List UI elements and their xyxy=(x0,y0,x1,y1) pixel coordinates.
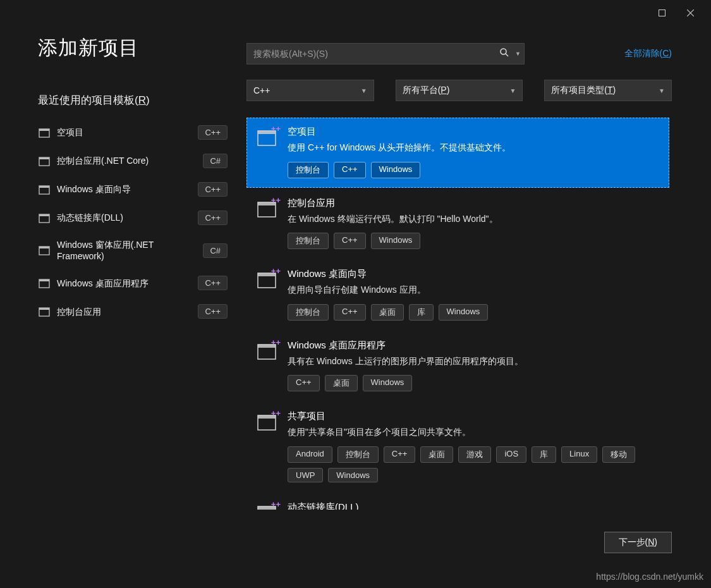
chevron-down-icon: ▼ xyxy=(509,87,516,94)
template-tags: Android控制台C++桌面游戏iOS库Linux移动UWPWindows xyxy=(288,446,660,482)
svg-rect-2 xyxy=(39,129,49,131)
template-description: 在 Windows 终端运行代码。默认打印 "Hello World"。 xyxy=(288,213,660,226)
left-column: 添加新项目 最近使用的项目模板(R) 空项目C++控制台应用(.NET Core… xyxy=(0,25,246,588)
recent-item-label: Windows 桌面向导 xyxy=(57,183,191,195)
template-tag: 控制台 xyxy=(288,233,329,249)
svg-rect-14 xyxy=(39,308,49,310)
svg-rect-8 xyxy=(39,214,49,216)
plus-decorator-icon: ++ xyxy=(271,124,281,133)
recent-item-label: 控制台应用 xyxy=(57,306,191,317)
template-tag: C++ xyxy=(288,375,320,391)
project-icon xyxy=(38,244,51,257)
recent-item[interactable]: Windows 桌面向导C++ xyxy=(38,182,228,197)
filter-row: C++▼ 所有平台(P) ▼ 所有项目类型(T) ▼ xyxy=(246,80,672,101)
template-tag: 桌面 xyxy=(371,304,404,321)
template-tag: 库 xyxy=(409,304,434,321)
template-tag: Windows xyxy=(371,233,421,249)
svg-point-15 xyxy=(501,49,506,54)
close-button[interactable] xyxy=(676,3,705,22)
recent-item-label: 控制台应用(.NET Core) xyxy=(57,155,197,166)
template-title: Windows 桌面应用程序 xyxy=(288,340,660,352)
recent-item-label: Windows 窗体应用(.NET Framework) xyxy=(57,239,197,262)
recent-item[interactable]: 空项目C++ xyxy=(38,125,228,140)
template-tag: 控制台 xyxy=(288,304,329,321)
recent-item[interactable]: 动态链接库(DLL)C++ xyxy=(38,211,228,225)
maximize-button[interactable] xyxy=(648,3,676,22)
search-input[interactable] xyxy=(246,43,525,64)
template-description: 使用向导自行创建 Windows 应用。 xyxy=(288,284,660,297)
recent-item-language-badge: C++ xyxy=(198,304,228,319)
svg-rect-6 xyxy=(39,186,49,188)
watermark: https://blog.csdn.net/yumkk xyxy=(596,572,703,582)
template-title: 空项目 xyxy=(288,126,660,138)
recent-item[interactable]: Windows 桌面应用程序C++ xyxy=(38,276,228,290)
template-tag: 库 xyxy=(532,446,556,463)
titlebar xyxy=(0,0,711,25)
template-icon: ++ xyxy=(256,412,277,433)
template-title: Windows 桌面向导 xyxy=(288,268,660,280)
template-card[interactable]: ++Windows 桌面应用程序具有在 Windows 上运行的图形用户界面的应… xyxy=(246,331,669,401)
chevron-down-icon: ▼ xyxy=(361,87,367,94)
template-list[interactable]: ++空项目使用 C++ for Windows 从头开始操作。不提供基础文件。控… xyxy=(246,118,672,510)
template-card[interactable]: ++Windows 桌面向导使用向导自行创建 Windows 应用。控制台C++… xyxy=(246,260,669,330)
project-icon xyxy=(38,212,51,224)
template-tag: UWP xyxy=(288,468,323,482)
template-tag: C++ xyxy=(384,446,416,463)
template-tags: C++桌面Windows xyxy=(288,375,660,391)
plus-decorator-icon: ++ xyxy=(271,195,281,205)
project-icon xyxy=(38,183,51,196)
right-column: ▼ 全部清除(C) C++▼ 所有平台(P) ▼ 所有项目类型(T) ▼ ++空… xyxy=(246,25,711,588)
recent-item-language-badge: C++ xyxy=(198,182,228,197)
template-title: 动态链接库(DLL) xyxy=(288,501,660,510)
project-icon xyxy=(38,277,51,290)
template-tag: C++ xyxy=(334,233,366,249)
filter-project-type[interactable]: 所有项目类型(T) ▼ xyxy=(544,80,672,101)
template-tag: 桌面 xyxy=(420,446,453,463)
recent-item[interactable]: 控制台应用C++ xyxy=(38,304,228,319)
search-icon[interactable] xyxy=(500,48,509,59)
template-card[interactable]: ++动态链接库(DLL)生成可在多个正在运行的 Windows 应用之间共享的 … xyxy=(246,493,669,510)
template-card[interactable]: ++控制台应用在 Windows 终端运行代码。默认打印 "Hello Worl… xyxy=(246,189,669,259)
project-icon xyxy=(38,155,51,168)
template-tag: Windows xyxy=(371,162,421,178)
plus-decorator-icon: ++ xyxy=(271,408,281,418)
clear-all-link[interactable]: 全部清除(C) xyxy=(624,48,672,59)
template-icon: ++ xyxy=(256,503,277,510)
project-icon xyxy=(38,126,51,139)
recent-item-language-badge: C++ xyxy=(198,276,228,290)
template-tags: 控制台C++Windows xyxy=(288,233,660,249)
template-tag: 控制台 xyxy=(288,162,329,178)
project-icon xyxy=(38,305,51,318)
template-tag: Windows xyxy=(439,304,489,321)
chevron-down-icon[interactable]: ▼ xyxy=(515,51,521,57)
template-tag: Android xyxy=(288,446,332,463)
recent-templates-heading: 最近使用的项目模板(R) xyxy=(38,93,228,107)
template-tag: 游戏 xyxy=(458,446,491,463)
svg-rect-0 xyxy=(659,9,665,16)
plus-decorator-icon: ++ xyxy=(271,338,281,347)
recent-list: 空项目C++控制台应用(.NET Core)C#Windows 桌面向导C++动… xyxy=(38,125,228,319)
chevron-down-icon: ▼ xyxy=(659,87,665,94)
template-tag: 桌面 xyxy=(325,375,358,391)
next-button[interactable]: 下一步(N) xyxy=(604,532,672,553)
recent-item-label: 空项目 xyxy=(57,126,191,138)
filter-platform[interactable]: 所有平台(P) ▼ xyxy=(396,80,523,101)
plus-decorator-icon: ++ xyxy=(271,499,281,509)
recent-item-label: Windows 桌面应用程序 xyxy=(57,278,191,289)
template-title: 控制台应用 xyxy=(288,197,660,209)
template-tag: C++ xyxy=(334,304,366,321)
template-tags: 控制台C++Windows xyxy=(288,162,660,178)
plus-decorator-icon: ++ xyxy=(271,266,281,276)
search-wrap: ▼ xyxy=(246,43,525,64)
recent-item[interactable]: Windows 窗体应用(.NET Framework)C# xyxy=(38,239,228,262)
template-card[interactable]: ++共享项目使用"共享条目"项目在多个项目之间共享文件。Android控制台C+… xyxy=(246,402,669,492)
template-icon: ++ xyxy=(256,269,277,291)
template-card[interactable]: ++空项目使用 C++ for Windows 从头开始操作。不提供基础文件。控… xyxy=(246,118,669,188)
template-icon: ++ xyxy=(256,199,277,220)
template-tag: C++ xyxy=(334,162,366,178)
filter-language[interactable]: C++▼ xyxy=(246,80,374,101)
svg-rect-4 xyxy=(39,157,49,159)
recent-item[interactable]: 控制台应用(.NET Core)C# xyxy=(38,154,228,168)
template-description: 具有在 Windows 上运行的图形用户界面的应用程序的项目。 xyxy=(288,355,660,368)
template-tags: 控制台C++桌面库Windows xyxy=(288,304,660,321)
